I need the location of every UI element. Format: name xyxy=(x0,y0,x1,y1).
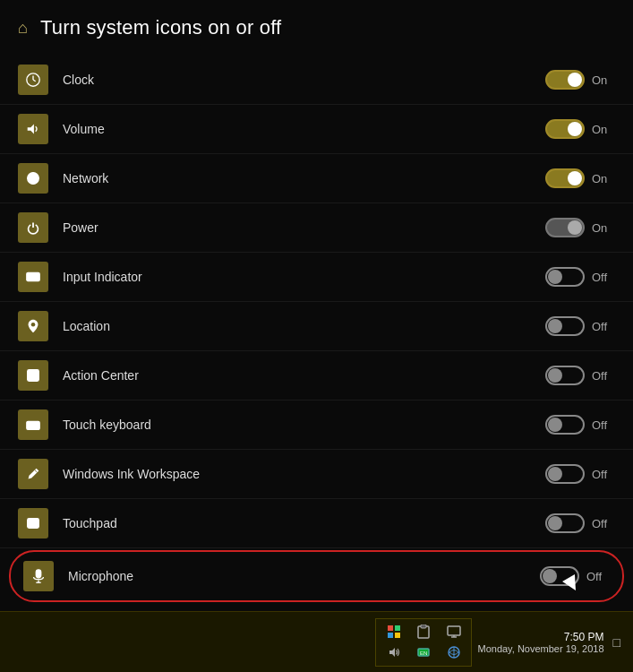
label-touch-keyboard: Touch keyboard xyxy=(63,418,545,432)
toggle-action-center[interactable] xyxy=(545,366,585,385)
svg-rect-30 xyxy=(395,625,400,631)
label-windows-ink: Windows Ink Workspace xyxy=(63,467,545,481)
tray-icon-display[interactable] xyxy=(440,623,467,642)
tray-icon-network[interactable] xyxy=(440,643,467,662)
svg-marker-3 xyxy=(28,125,34,134)
svg-rect-12 xyxy=(29,278,38,279)
toggle-label-action-center: Off xyxy=(592,369,615,383)
toggle-container-touchpad[interactable]: Off xyxy=(545,513,615,533)
label-power: Power xyxy=(63,220,545,235)
icon-power xyxy=(18,212,48,243)
label-action-center: Action Center xyxy=(63,368,545,383)
svg-rect-11 xyxy=(37,275,38,276)
setting-row-input-indicator: Input IndicatorOff xyxy=(0,253,633,302)
toggle-label-touch-keyboard: Off xyxy=(592,418,615,432)
toggle-input-indicator[interactable] xyxy=(545,267,585,287)
svg-rect-20 xyxy=(33,424,34,425)
toggle-container-action-center[interactable]: Off xyxy=(545,366,615,385)
toggle-touch-keyboard[interactable] xyxy=(545,415,585,435)
home-icon[interactable]: ⌂ xyxy=(18,19,28,38)
toggle-knob-touchpad xyxy=(548,516,562,530)
toggle-container-clock[interactable]: On xyxy=(545,70,615,90)
setting-row-microphone: MicrophoneOff xyxy=(9,550,624,602)
setting-row-action-center: Action CenterOff xyxy=(0,351,633,401)
toggle-knob-microphone xyxy=(543,569,557,583)
label-clock: Clock xyxy=(63,73,545,87)
setting-row-touch-keyboard: Touch keyboardOff xyxy=(0,401,633,450)
svg-rect-10 xyxy=(34,275,36,276)
label-volume: Volume xyxy=(63,122,545,136)
icon-microphone xyxy=(23,561,54,591)
page-title: Turn system icons on or off xyxy=(40,16,282,39)
icon-location xyxy=(18,311,48,341)
toggle-knob-volume xyxy=(568,122,582,136)
setting-row-windows-ink: Windows Ink WorkspaceOff xyxy=(0,450,633,499)
setting-row-power: PowerOn xyxy=(0,203,633,253)
setting-row-touchpad: TouchpadOff xyxy=(0,499,633,548)
tray-icon-volume[interactable] xyxy=(380,643,407,662)
svg-rect-8 xyxy=(29,275,30,276)
svg-rect-34 xyxy=(421,625,426,628)
setting-row-volume: VolumeOn xyxy=(0,105,633,154)
svg-rect-31 xyxy=(388,633,393,638)
toggle-label-location: Off xyxy=(592,320,615,333)
toggle-container-network[interactable]: On xyxy=(545,168,615,188)
clock-time: 7:50 PM xyxy=(564,631,604,643)
toggle-container-location[interactable]: Off xyxy=(545,316,615,336)
tray-icon-paint[interactable] xyxy=(380,623,407,642)
tray-icon-clipboard[interactable] xyxy=(410,623,438,642)
label-touchpad: Touchpad xyxy=(63,516,545,530)
toggle-container-volume[interactable]: On xyxy=(545,119,615,139)
toggle-label-input-indicator: Off xyxy=(592,271,615,284)
svg-rect-9 xyxy=(31,275,33,276)
clock-date: Monday, November 19, 2018 xyxy=(477,643,603,654)
icon-touchpad xyxy=(18,508,48,538)
svg-rect-7 xyxy=(27,273,39,281)
toggle-network[interactable] xyxy=(545,168,585,188)
label-input-indicator: Input Indicator xyxy=(63,270,545,284)
svg-rect-19 xyxy=(30,424,31,425)
svg-rect-14 xyxy=(28,370,39,382)
action-center-tray-icon[interactable]: □ xyxy=(610,633,624,651)
toggle-windows-ink[interactable] xyxy=(545,464,585,484)
setting-row-network: NetworkOn xyxy=(0,154,633,203)
icon-windows-ink xyxy=(18,459,48,489)
label-network: Network xyxy=(63,171,545,185)
toggle-knob-windows-ink xyxy=(548,467,562,481)
taskbar: EN 7:50 PM Monday, November 19, 2018 □ xyxy=(0,611,633,672)
toggle-label-power: On xyxy=(592,221,615,235)
svg-rect-21 xyxy=(36,424,37,425)
toggle-container-input-indicator[interactable]: Off xyxy=(545,267,615,287)
svg-text:EN: EN xyxy=(420,650,427,656)
toggle-knob-location xyxy=(548,319,562,333)
svg-rect-35 xyxy=(448,626,460,635)
toggle-power[interactable] xyxy=(545,218,585,237)
tray-icon-language[interactable]: EN xyxy=(410,643,438,662)
toggle-clock[interactable] xyxy=(545,70,585,90)
icon-network xyxy=(18,163,48,194)
toggle-label-microphone: Off xyxy=(586,570,610,583)
svg-rect-29 xyxy=(388,625,393,631)
icon-touch-keyboard xyxy=(18,409,48,440)
toggle-label-network: On xyxy=(592,172,615,185)
svg-rect-26 xyxy=(36,570,40,578)
toggle-location[interactable] xyxy=(545,316,585,336)
toggle-knob-power xyxy=(568,220,582,235)
toggle-container-power[interactable]: On xyxy=(545,218,615,237)
toggle-touchpad[interactable] xyxy=(545,513,585,533)
label-location: Location xyxy=(63,319,545,333)
toggle-label-touchpad: Off xyxy=(592,517,615,530)
toggle-label-clock: On xyxy=(592,73,615,87)
page-container: ⌂ Turn system icons on or off ClockOnVol… xyxy=(0,0,633,672)
toggle-knob-action-center xyxy=(548,368,562,383)
svg-rect-18 xyxy=(29,424,30,425)
toggle-container-touch-keyboard[interactable]: Off xyxy=(545,415,615,435)
toggle-volume[interactable] xyxy=(545,119,585,139)
setting-row-clock: ClockOn xyxy=(0,56,633,105)
toggle-knob-touch-keyboard xyxy=(548,418,562,432)
svg-rect-22 xyxy=(30,426,37,427)
svg-rect-17 xyxy=(27,421,39,429)
toggle-container-windows-ink[interactable]: Off xyxy=(545,464,615,484)
clock-display[interactable]: 7:50 PM Monday, November 19, 2018 xyxy=(472,629,609,656)
system-tray: EN xyxy=(375,618,472,667)
